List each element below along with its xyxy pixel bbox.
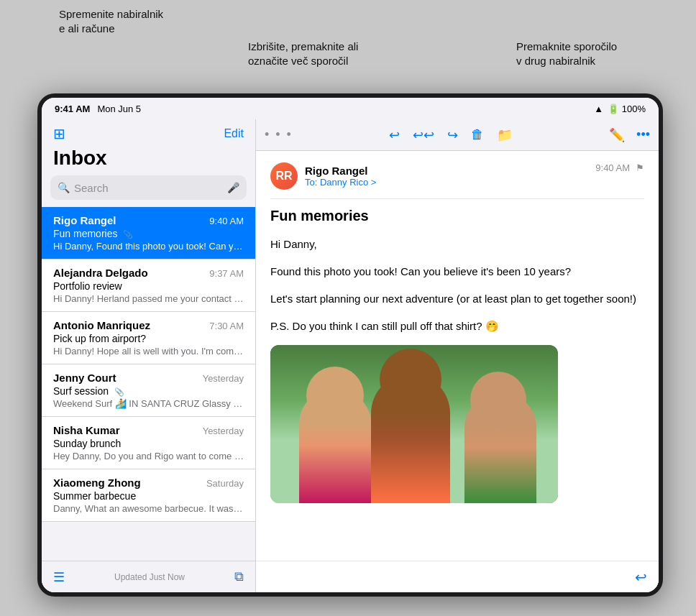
reply-button[interactable]: ↩ — [389, 127, 400, 143]
email-detail-header: RR Rigo Rangel To: Danny Rico > 9:40 AM … — [270, 162, 644, 199]
email-detail-pane: • • • ↩ ↩↩ ↪ 🗑 📁 ✏️ ••• — [256, 119, 659, 592]
email-preview-3: Weekend Surf 🏄 IN SANTA CRUZ Glassy wave… — [53, 398, 244, 409]
flag-icon[interactable]: ⚑ — [636, 162, 644, 173]
email-time-1: 9:37 AM — [209, 268, 244, 279]
attachment-icon-3: 📎 — [114, 387, 124, 396]
email-list: Rigo Rangel 9:40 AM Fun memories 📎 Hi Da… — [42, 207, 255, 561]
email-content: RR Rigo Rangel To: Danny Rico > 9:40 AM … — [256, 151, 659, 561]
search-bar[interactable]: 🔍 Search 🎤 — [50, 175, 247, 200]
detail-time: 9:40 AM — [595, 162, 630, 173]
email-preview-1: Hi Danny! Herland passed me your contact… — [53, 293, 244, 304]
email-photo — [270, 345, 558, 503]
sender-name-wrap: Rigo Rangel To: Danny Rico > — [305, 165, 376, 188]
person1-body — [299, 388, 371, 503]
forward-button[interactable]: ↪ — [447, 127, 458, 143]
email-preview-2: Hi Danny! Hope all is well with you. I'm… — [53, 346, 244, 357]
sidebar-footer: ☰ Updated Just Now ⧉ — [42, 561, 255, 592]
ipad-frame: 9:41 AM Mon Jun 5 ▲ 🔋 100% ⊞ Edit Inbox — [37, 93, 663, 597]
body-line-2: Let's start planning our next adventure … — [270, 290, 644, 308]
email-preview-4: Hey Danny, Do you and Rigo want to come … — [53, 451, 244, 461]
inbox-title: Inbox — [42, 145, 255, 175]
stack-icon[interactable]: ⧉ — [234, 569, 244, 584]
body-line-0: Hi Danny, — [270, 236, 644, 253]
email-time-5: Saturday — [206, 478, 244, 489]
folder-button[interactable]: 📁 — [497, 127, 513, 143]
body-line-3: P.S. Do you think I can still pull off t… — [270, 318, 644, 335]
battery-icon: 🔋 100% — [608, 104, 646, 114]
email-sender-4: Nisha Kumar — [53, 424, 120, 436]
email-subject-2: Pick up from airport? — [53, 333, 244, 344]
reply-all-button[interactable]: ↩↩ — [413, 127, 434, 143]
email-sender-0: Rigo Rangel — [53, 214, 116, 226]
person2-head — [380, 349, 441, 410]
ipad-screen: 9:41 AM Mon Jun 5 ▲ 🔋 100% ⊞ Edit Inbox — [42, 98, 659, 592]
status-bar: 9:41 AM Mon Jun 5 ▲ 🔋 100% — [42, 98, 659, 119]
email-subject-4: Sunday brunch — [53, 438, 244, 449]
email-sender-1: Alejandra Delgado — [53, 267, 148, 279]
reply-bar: ↩ — [256, 561, 659, 592]
sidebar-header: ⊞ Edit — [42, 119, 255, 145]
email-preview-0: Hi Danny, Found this photo you took! Can… — [53, 241, 244, 252]
more-button[interactable]: ••• — [636, 127, 650, 142]
email-detail-subject: Fun memories — [270, 208, 644, 224]
detail-toolbar: • • • ↩ ↩↩ ↪ 🗑 📁 ✏️ ••• — [256, 119, 659, 151]
callout-top-left: Spremenite nabiralnik e ali račune — [59, 7, 196, 37]
email-preview-5: Danny, What an awesome barbecue. It was … — [53, 503, 244, 514]
email-time-4: Yesterday — [203, 426, 244, 436]
filter-icon[interactable]: ☰ — [53, 569, 65, 585]
email-subject-3: Surf session 📎 — [53, 385, 244, 397]
email-item-5[interactable]: Xiaomeng Zhong Saturday Summer barbecue … — [42, 469, 255, 522]
updated-label: Updated Just Now — [114, 572, 185, 582]
status-time: 9:41 AM — [55, 104, 90, 114]
email-subject-0: Fun memories 📎 — [53, 228, 244, 239]
email-sender-2: Antonio Manriquez — [53, 319, 150, 331]
photo-background — [270, 345, 558, 503]
attachment-icon-0: 📎 — [123, 230, 133, 239]
email-item-1[interactable]: Alejandra Delgado 9:37 AM Portfolio revi… — [42, 259, 255, 312]
email-sender-5: Xiaomeng Zhong — [53, 477, 141, 489]
search-input[interactable]: Search — [74, 182, 223, 194]
person3-head — [470, 372, 526, 428]
compose-button[interactable]: ✏️ — [609, 127, 625, 143]
search-icon: 🔍 — [58, 182, 70, 193]
email-subject-1: Portfolio review — [53, 280, 244, 292]
toolbar-right: ✏️ ••• — [609, 127, 650, 143]
email-time-3: Yesterday — [203, 373, 244, 384]
sender-to[interactable]: To: Danny Rico > — [305, 177, 376, 188]
sidebar-toggle-icon[interactable]: ⊞ — [53, 125, 65, 142]
email-item-0[interactable]: Rigo Rangel 9:40 AM Fun memories 📎 Hi Da… — [42, 207, 255, 259]
avatar: RR — [270, 162, 298, 190]
callout-top-middle: Izbrišite, premaknite ali označite več s… — [248, 40, 413, 69]
person1-head — [306, 367, 364, 424]
status-date: Mon Jun 5 — [97, 104, 141, 114]
wifi-icon: ▲ — [594, 104, 603, 114]
person2-body — [371, 374, 450, 503]
email-body: Hi Danny, Found this photo you took! Can… — [270, 236, 644, 335]
edit-button[interactable]: Edit — [224, 127, 244, 140]
email-time-2: 7:30 AM — [209, 321, 244, 331]
trash-button[interactable]: 🗑 — [471, 127, 484, 142]
main-area: ⊞ Edit Inbox 🔍 Search 🎤 Rigo Rangel 9:40 — [42, 119, 659, 592]
sender-full-name: Rigo Rangel — [305, 165, 376, 177]
toolbar-dots: • • • — [265, 127, 293, 142]
sidebar: ⊞ Edit Inbox 🔍 Search 🎤 Rigo Rangel 9:40 — [42, 119, 256, 592]
email-time-0: 9:40 AM — [209, 216, 244, 226]
email-item-2[interactable]: Antonio Manriquez 7:30 AM Pick up from a… — [42, 312, 255, 364]
mic-icon[interactable]: 🎤 — [227, 182, 239, 193]
email-item-3[interactable]: Jenny Court Yesterday Surf session 📎 Wee… — [42, 364, 255, 417]
email-subject-5: Summer barbecue — [53, 490, 244, 502]
callout-top-right: Premaknite sporočilo v drug nabiralnik — [516, 40, 682, 69]
body-line-1: Found this photo you took! Can you belie… — [270, 263, 644, 280]
sender-info: RR Rigo Rangel To: Danny Rico > — [270, 162, 376, 190]
reply-icon[interactable]: ↩ — [635, 569, 647, 586]
email-sender-3: Jenny Court — [53, 372, 116, 384]
email-item-4[interactable]: Nisha Kumar Yesterday Sunday brunch Hey … — [42, 417, 255, 469]
person3-body — [464, 392, 536, 503]
toolbar-action-buttons: ↩ ↩↩ ↪ 🗑 📁 — [389, 127, 513, 143]
